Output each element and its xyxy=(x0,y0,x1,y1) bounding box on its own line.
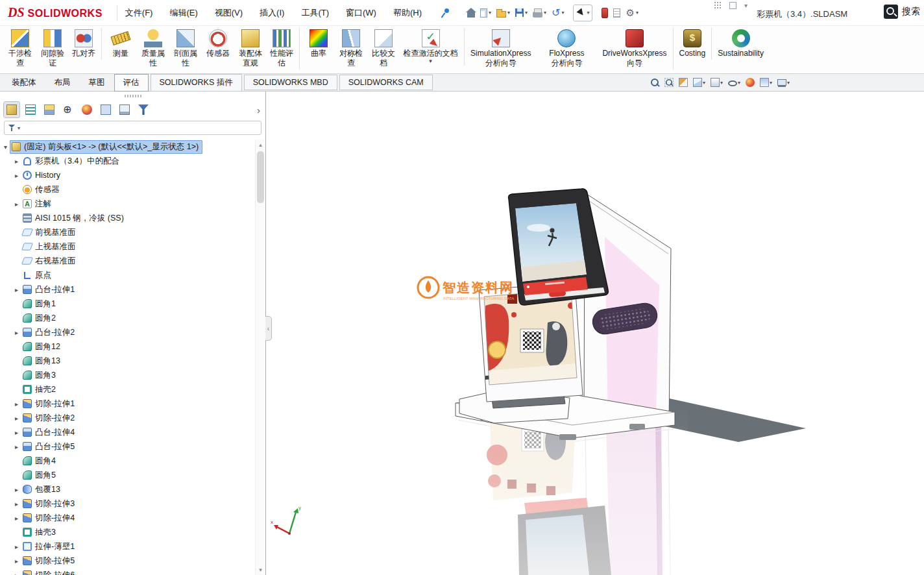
command-tab[interactable]: SOLIDWORKS MBD xyxy=(244,75,337,90)
new-document-icon[interactable]: ▾ xyxy=(478,5,493,21)
command-tab[interactable]: SOLIDWORKS 插件 xyxy=(151,74,242,92)
command-tab[interactable]: 草图 xyxy=(80,74,114,92)
view-orientation-icon[interactable]: ▾ xyxy=(692,76,707,89)
tolerance-tab[interactable] xyxy=(136,102,151,117)
dropdown-caret-icon[interactable]: ▾ xyxy=(720,80,723,86)
scroll-up-arrow-icon[interactable]: ▴ xyxy=(256,140,265,150)
dropdown-caret-icon[interactable]: ▾ xyxy=(636,10,638,16)
tree-item[interactable]: 圆角13 xyxy=(0,354,255,368)
tree-item[interactable]: 切除-拉伸5 xyxy=(0,554,255,568)
tree-item[interactable]: (固定) 前头板<1> -> (默认<<默认>_显示状态 1>) xyxy=(0,140,255,154)
tree-item[interactable]: 彩票机（3.4）中的配合 xyxy=(0,154,255,168)
tree-item[interactable]: 包覆13 xyxy=(0,482,255,496)
tree-item[interactable]: 圆角4 xyxy=(0,454,255,468)
apply-scene-icon[interactable]: ▾ xyxy=(759,76,773,89)
scroll-down-arrow-icon[interactable]: ▾ xyxy=(256,565,265,575)
ribbon-tool[interactable]: 比较文 档 ▾ xyxy=(367,28,400,69)
command-tab[interactable]: 布局 xyxy=(45,74,80,92)
dropdown-caret-icon[interactable]: ▾ xyxy=(561,10,564,16)
zoom-area-icon[interactable]: ▾ xyxy=(663,76,675,89)
expander-icon[interactable] xyxy=(12,543,21,550)
ribbon-tool[interactable]: FloXpress 分析向导 ▾ xyxy=(534,28,599,69)
search-button[interactable]: 搜索 xyxy=(884,5,920,19)
expander-icon[interactable] xyxy=(12,201,21,208)
view-settings-icon[interactable]: ▾ xyxy=(776,76,791,89)
window-grid-icon[interactable] xyxy=(714,1,722,9)
command-tab[interactable]: 评估 xyxy=(114,74,149,92)
dropdown-caret-icon[interactable]: ▾ xyxy=(587,10,589,16)
expander-icon[interactable] xyxy=(12,400,21,408)
graphics-area[interactable]: 智造资料网 INTELLIGENT MANUFACTURING DATA x y xyxy=(266,92,924,575)
tree-item[interactable]: 凸台-拉伸2 xyxy=(0,325,255,339)
expander-icon[interactable] xyxy=(12,500,21,508)
ribbon-tool[interactable]: 测量 ▾ xyxy=(104,28,137,60)
panel-height-grip[interactable] xyxy=(0,92,265,101)
expander-icon[interactable] xyxy=(12,172,21,179)
panel-splitter-handle[interactable]: ‹ xyxy=(265,316,272,341)
featuremanager-tree-tab[interactable] xyxy=(4,102,19,117)
tree-item[interactable]: 切除-拉伸1 xyxy=(0,397,255,411)
tree-item[interactable]: 凸台-拉伸4 xyxy=(0,425,255,439)
save-icon[interactable]: ▾ xyxy=(513,5,529,21)
dropdown-caret-icon[interactable]: ▾ xyxy=(770,80,772,86)
hide-show-items-icon[interactable]: ▾ xyxy=(727,76,742,89)
scroll-thumb[interactable] xyxy=(257,151,264,203)
configurationmanager-tab[interactable] xyxy=(42,102,57,117)
tree-item[interactable]: 拉伸-薄壁1 xyxy=(0,539,255,554)
ribbon-tool[interactable]: 对称检 查 ▾ xyxy=(335,28,367,69)
tree-item[interactable]: 凸台-拉伸5 xyxy=(0,439,255,454)
home-icon[interactable]: ▾ xyxy=(465,5,477,21)
menu-item[interactable]: 插入(I) xyxy=(260,7,284,19)
tree-item[interactable]: 传感器 xyxy=(0,182,255,197)
dropdown-caret-icon[interactable]: ▾ xyxy=(703,80,705,86)
ribbon-tool[interactable]: 检查激活的文档 ▾ xyxy=(400,28,465,66)
tree-item[interactable]: 上视基准面 xyxy=(0,239,255,254)
expander-icon[interactable] xyxy=(12,515,21,522)
ribbon-tool[interactable]: DriveWorksXpress 向导 ▾ xyxy=(599,28,673,69)
tree-item[interactable]: 圆角12 xyxy=(0,339,255,354)
expander-icon[interactable] xyxy=(12,415,21,422)
displaymanager-tab[interactable] xyxy=(79,102,95,117)
tree-item[interactable]: 切除-拉伸2 xyxy=(0,411,255,425)
expander-icon[interactable] xyxy=(12,329,21,336)
tree-item[interactable]: 抽壳3 xyxy=(0,525,255,539)
dropdown-caret-icon[interactable]: ▾ xyxy=(544,10,546,16)
menu-item[interactable]: 帮助(H) xyxy=(393,7,422,19)
menu-item[interactable]: 编辑(E) xyxy=(169,7,197,19)
tree-item[interactable]: 抽壳2 xyxy=(0,382,255,397)
command-tab[interactable]: 装配体 xyxy=(3,74,45,92)
filter-funnel-icon[interactable] xyxy=(8,124,16,132)
open-icon[interactable]: ▾ xyxy=(494,5,512,21)
tree-item[interactable]: 切除-拉伸4 xyxy=(0,511,255,525)
options-icon[interactable]: ▾ xyxy=(624,5,640,21)
print-icon[interactable]: ▾ xyxy=(531,5,548,21)
expander-icon[interactable] xyxy=(12,572,21,575)
command-tab[interactable]: SOLIDWORKS CAM xyxy=(339,75,433,90)
tree-item[interactable]: 圆角1 xyxy=(0,297,255,311)
menu-item[interactable]: 工具(T) xyxy=(301,7,329,19)
cam-feature-tree-tab[interactable] xyxy=(98,102,114,117)
menu-item[interactable]: 窗口(W) xyxy=(346,7,376,19)
tree-item[interactable]: 前视基准面 xyxy=(0,225,255,239)
select-icon[interactable]: ▾ xyxy=(573,5,592,21)
dropdown-caret-icon[interactable]: ▾ xyxy=(787,80,790,86)
tree-item[interactable]: AISI 1015 钢，冷拔 (SS) xyxy=(0,211,255,225)
tree-item[interactable]: 切除-拉伸3 xyxy=(0,496,255,511)
ribbon-tool[interactable]: 质量属 性 ▾ xyxy=(137,28,169,69)
dropdown-caret-icon[interactable]: ▾ xyxy=(507,10,510,16)
rebuild-indicator-icon[interactable]: ▾ xyxy=(600,5,610,21)
section-view-icon[interactable]: ▾ xyxy=(677,76,689,89)
manager-tabs-overflow-icon[interactable]: › xyxy=(257,106,260,115)
ribbon-tool[interactable]: Sustainability ▾ xyxy=(714,28,767,60)
display-style-icon[interactable]: ▾ xyxy=(709,76,724,89)
ribbon-tool[interactable]: 曲率 ▾ xyxy=(302,28,335,60)
edit-appearance-icon[interactable]: ▾ xyxy=(744,76,756,89)
tree-item[interactable]: 原点 xyxy=(0,268,255,282)
dropdown-caret-icon[interactable]: ▾ xyxy=(525,10,528,16)
tree-item[interactable]: 圆角3 xyxy=(0,368,255,382)
tree-item[interactable]: History xyxy=(0,168,255,182)
tree-item[interactable]: 凸台-拉伸1 xyxy=(0,282,255,297)
menu-item[interactable]: 文件(F) xyxy=(125,7,153,19)
expander-icon[interactable] xyxy=(12,286,21,293)
ribbon-tool[interactable]: SimulationXpress 分析向导 ▾ xyxy=(467,28,534,69)
